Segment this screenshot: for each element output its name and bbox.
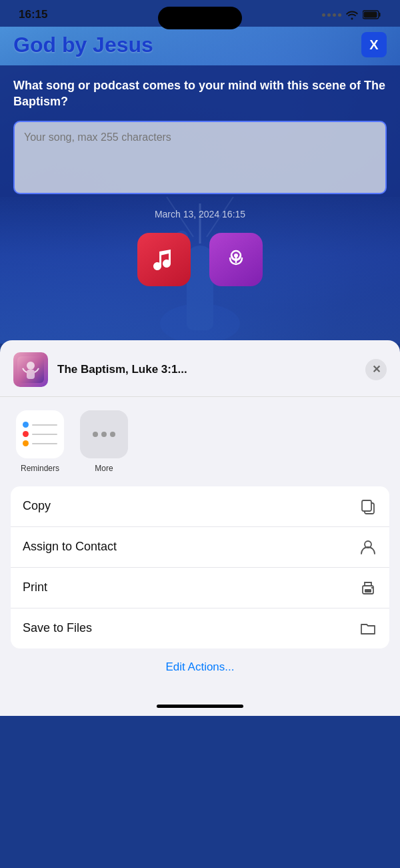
assign-contact-label: Assign to Contact xyxy=(23,540,117,554)
svg-point-21 xyxy=(371,586,373,588)
more-dots-icon xyxy=(93,432,115,437)
scene-area: March 13, 2024 16:15 xyxy=(0,197,400,344)
podcasts-app-icon[interactable] xyxy=(209,233,263,286)
status-time: 16:15 xyxy=(19,8,47,21)
signal-dots xyxy=(322,13,341,17)
svg-rect-15 xyxy=(27,370,35,379)
dot-2 xyxy=(101,432,107,437)
dot1 xyxy=(322,13,325,17)
home-indicator-area xyxy=(0,699,400,716)
dot-1 xyxy=(93,432,98,437)
app-icons-row xyxy=(137,233,263,286)
copy-label: Copy xyxy=(23,499,51,513)
svg-rect-20 xyxy=(365,589,371,592)
share-sheet: The Baptism, Luke 3:1... ✕ xyxy=(0,340,400,699)
thumbnail-art xyxy=(17,356,44,383)
reminders-icon-box xyxy=(16,410,64,458)
assign-contact-action[interactable]: Assign to Contact xyxy=(11,527,389,568)
save-files-label: Save to Files xyxy=(23,621,92,635)
dot-3 xyxy=(110,432,115,437)
copy-icon xyxy=(359,497,377,516)
save-files-action[interactable]: Save to Files xyxy=(11,608,389,648)
scene-timestamp: March 13, 2024 16:15 xyxy=(155,209,245,220)
status-bar: 16:15 xyxy=(0,0,400,27)
dynamic-island xyxy=(158,7,242,29)
share-title: The Baptism, Luke 3:1... xyxy=(57,363,365,376)
copy-action[interactable]: Copy xyxy=(11,486,389,527)
folder-icon xyxy=(359,619,377,638)
status-icons xyxy=(322,9,381,20)
svg-rect-1 xyxy=(379,13,381,17)
share-icons-row: Reminders More xyxy=(0,397,400,478)
hero-section: God by Jesus X What song or podcast come… xyxy=(0,27,400,344)
share-thumbnail xyxy=(13,352,48,387)
song-input[interactable] xyxy=(13,121,387,194)
home-bar xyxy=(157,705,243,708)
close-button[interactable]: X xyxy=(361,32,387,57)
reminders-list-icon xyxy=(16,410,64,458)
svg-rect-17 xyxy=(362,500,371,511)
share-header: The Baptism, Luke 3:1... ✕ xyxy=(0,340,400,397)
svg-rect-2 xyxy=(364,12,377,18)
podcasts-mic-icon xyxy=(221,245,251,274)
print-label: Print xyxy=(23,580,47,594)
svg-point-12 xyxy=(234,254,238,258)
share-reminders-item[interactable]: Reminders xyxy=(16,410,64,473)
dot4 xyxy=(338,13,341,17)
share-close-button[interactable]: ✕ xyxy=(365,359,387,380)
reminders-label: Reminders xyxy=(21,464,59,473)
title-bar: God by Jesus X xyxy=(0,27,400,65)
print-icon xyxy=(359,578,377,597)
dot2 xyxy=(327,13,331,17)
music-app-icon[interactable] xyxy=(137,233,191,286)
wifi-icon xyxy=(345,9,359,20)
edit-actions-link[interactable]: Edit Actions... xyxy=(0,648,400,686)
question-section: What song or podcast comes to your mind … xyxy=(0,65,400,197)
print-action[interactable]: Print xyxy=(11,568,389,608)
battery-icon xyxy=(363,9,381,20)
app-title: God by Jesus xyxy=(13,33,153,57)
svg-point-14 xyxy=(27,362,35,370)
more-label: More xyxy=(95,464,113,473)
question-text: What song or podcast comes to your mind … xyxy=(13,77,387,110)
music-note-icon xyxy=(149,245,179,274)
share-more-item[interactable]: More xyxy=(80,410,128,473)
person-icon xyxy=(359,538,377,556)
dot3 xyxy=(333,13,336,17)
more-icon-box xyxy=(80,410,128,458)
action-list: Copy Assign to Contact Print xyxy=(11,486,389,648)
